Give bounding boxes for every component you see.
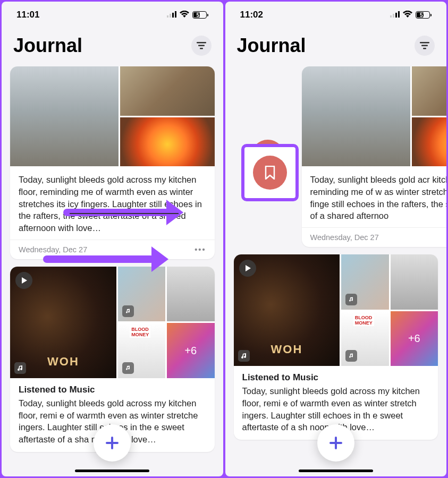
header: Journal bbox=[225, 28, 447, 66]
phone-left: 11:01 51 Journal Today, sun bbox=[2, 2, 223, 476]
entry-photo-3 bbox=[120, 117, 214, 167]
cellular-icon bbox=[390, 10, 400, 20]
more-button[interactable]: ••• bbox=[195, 245, 206, 254]
music-entry-card[interactable]: WOH BLOODMONEY +6 Listened to Music Toda… bbox=[234, 254, 438, 440]
entry-photo-1 bbox=[10, 66, 119, 166]
entry-photo-1 bbox=[302, 66, 410, 166]
svg-rect-8 bbox=[106, 442, 119, 444]
entry-date: Wednesday, Dec 27 bbox=[19, 245, 87, 254]
svg-rect-10 bbox=[393, 14, 394, 18]
music-icon bbox=[345, 350, 357, 362]
music-icon bbox=[238, 350, 250, 362]
add-button[interactable] bbox=[317, 424, 354, 462]
status-bar: 11:02 51 bbox=[225, 2, 447, 28]
status-bar: 11:01 51 bbox=[2, 2, 223, 28]
page-title: Journal bbox=[13, 35, 82, 57]
home-indicator[interactable] bbox=[75, 470, 149, 472]
music-overflow[interactable]: +6 bbox=[167, 323, 214, 378]
journal-entry-card[interactable]: Today, sunlight bleeds gold acr kitchen … bbox=[302, 66, 447, 247]
music-overflow[interactable]: +6 bbox=[391, 311, 438, 366]
header: Journal bbox=[2, 28, 223, 66]
svg-rect-2 bbox=[172, 13, 174, 18]
music-album-2 bbox=[341, 254, 388, 310]
svg-rect-11 bbox=[395, 13, 397, 18]
music-entry-title: Listened to Music bbox=[234, 366, 438, 385]
entry-date: Wednesday, Dec 27 bbox=[310, 233, 379, 242]
filter-button[interactable] bbox=[415, 36, 435, 56]
svg-rect-6 bbox=[200, 48, 203, 49]
phone-right: 11:02 51 Journal bbox=[225, 2, 447, 476]
entry-photo-3 bbox=[412, 117, 446, 167]
home-indicator[interactable] bbox=[299, 470, 373, 472]
bookmark-icon bbox=[264, 166, 276, 180]
svg-rect-12 bbox=[398, 11, 400, 18]
svg-rect-17 bbox=[329, 442, 342, 444]
music-album-4: BLOODMONEY bbox=[118, 323, 165, 378]
music-album-3 bbox=[391, 254, 438, 310]
cellular-icon bbox=[167, 10, 176, 20]
add-button[interactable] bbox=[94, 424, 131, 462]
annotation-arrow bbox=[43, 255, 155, 263]
entry-photo-2 bbox=[120, 66, 214, 116]
bookmark-button[interactable] bbox=[253, 156, 287, 190]
svg-rect-14 bbox=[421, 45, 428, 47]
music-album-2 bbox=[118, 267, 165, 322]
entry-photo-2 bbox=[412, 66, 446, 116]
music-icon bbox=[122, 362, 134, 374]
annotation-strike bbox=[70, 213, 179, 214]
svg-rect-4 bbox=[197, 42, 206, 44]
wifi-icon bbox=[403, 10, 412, 20]
filter-icon bbox=[420, 42, 429, 49]
entry-text: Today, sunlight bleeds gold acr kitchen … bbox=[310, 174, 447, 222]
music-album-main: WOH bbox=[10, 267, 116, 378]
battery-icon: 51 bbox=[416, 11, 432, 19]
play-icon[interactable] bbox=[239, 260, 256, 277]
battery-icon: 51 bbox=[192, 11, 208, 19]
svg-rect-5 bbox=[198, 45, 205, 47]
svg-rect-1 bbox=[170, 14, 171, 18]
wifi-icon bbox=[180, 10, 189, 20]
entry-images bbox=[302, 66, 447, 166]
music-icon bbox=[345, 294, 357, 305]
music-entry-title: Listened to Music bbox=[10, 378, 215, 397]
music-album-4: BLOODMONEY bbox=[341, 311, 388, 366]
status-time: 11:02 bbox=[240, 10, 263, 20]
play-icon[interactable] bbox=[15, 272, 32, 289]
svg-rect-3 bbox=[175, 11, 176, 18]
plus-icon bbox=[105, 436, 120, 450]
svg-rect-0 bbox=[167, 15, 168, 18]
svg-rect-15 bbox=[423, 48, 426, 49]
journal-entry-card[interactable]: Today, sunlight bleeds gold across my ki… bbox=[10, 66, 215, 259]
entry-images bbox=[10, 66, 215, 166]
music-icon bbox=[122, 305, 134, 317]
music-album-main: WOH bbox=[234, 254, 340, 366]
svg-rect-13 bbox=[420, 42, 429, 44]
music-icon bbox=[14, 362, 26, 374]
page-title: Journal bbox=[237, 35, 306, 57]
annotation-arrow bbox=[63, 209, 170, 216]
svg-rect-9 bbox=[390, 15, 392, 18]
filter-icon bbox=[197, 42, 206, 49]
music-album-3 bbox=[167, 267, 214, 322]
annotation-highlight bbox=[241, 144, 299, 201]
status-time: 11:01 bbox=[16, 10, 39, 20]
plus-icon bbox=[328, 436, 343, 450]
filter-button[interactable] bbox=[191, 36, 212, 56]
